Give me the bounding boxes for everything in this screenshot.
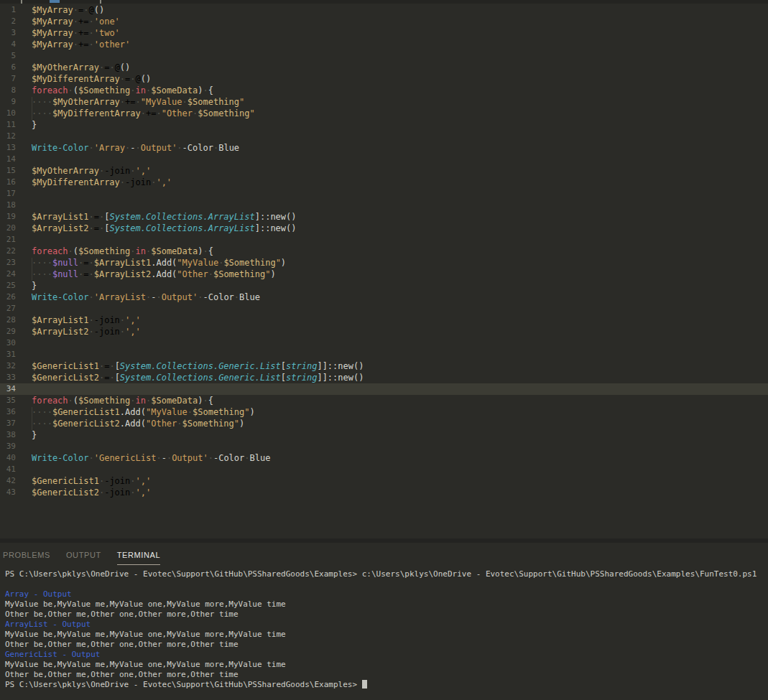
code-line-text — [32, 303, 768, 314]
line-number: 32 — [0, 360, 16, 372]
line-number: 36 — [0, 406, 16, 418]
code-line-text: $GenericList2·-join·',' — [32, 487, 768, 498]
code-line-text: Write-Color·'GenericList·-·Output'·-Colo… — [32, 452, 768, 464]
code-line-text — [32, 349, 768, 360]
code-line-text: $MyArray·+=·'other' — [32, 39, 768, 50]
tab-terminal[interactable]: TERMINAL — [117, 551, 160, 565]
code-line[interactable]: 10····$MyDifferentArray·+=·"Other·$Somet… — [0, 108, 768, 119]
code-line[interactable]: 1$MyArray·=·@() — [0, 4, 768, 16]
tab-problems[interactable]: PROBLEMS — [3, 551, 50, 564]
line-number: 43 — [0, 487, 16, 498]
code-line-text: $MyOtherArray·-join·',' — [32, 165, 768, 177]
code-line[interactable]: 21 — [0, 234, 768, 246]
code-line-text: } — [32, 280, 768, 291]
line-number: 1 — [0, 4, 16, 16]
line-number: 29 — [0, 326, 16, 337]
code-line[interactable]: 26Write-Color·'ArrayList·-·Output'·-Colo… — [0, 291, 768, 303]
code-line-text — [32, 441, 768, 452]
terminal-line: MyValue be,MyValue me,MyValue one,MyValu… — [5, 599, 768, 610]
code-line[interactable]: 18 — [0, 200, 768, 211]
code-line[interactable]: 42$GenericList1·-join·',' — [0, 475, 768, 487]
code-line-text — [32, 154, 768, 165]
code-line[interactable]: 29$ArrayList2·-join·',' — [0, 326, 768, 337]
code-line[interactable]: 7$MyDifferentArray·=·@() — [0, 73, 768, 85]
line-number: 17 — [0, 188, 16, 200]
line-number: 6 — [0, 62, 16, 73]
code-editor[interactable]: 1$MyArray·=·@()2$MyArray·+=·'one'3$MyArr… — [0, 4, 768, 539]
code-line[interactable]: 35foreach·($Something·in·$SomeData)·{ — [0, 395, 768, 406]
line-number: 15 — [0, 165, 16, 177]
code-line-text: $GenericList1·=·[System.Collections.Gene… — [32, 360, 768, 372]
code-line[interactable]: 16$MyDifferentArray·-join·',' — [0, 177, 768, 188]
code-line-text: } — [32, 119, 768, 131]
code-line[interactable]: 6$MyOtherArray·=·@() — [0, 62, 768, 73]
line-number: 27 — [0, 303, 16, 314]
code-line[interactable]: 3$MyArray·+=·'two' — [0, 27, 768, 39]
code-line[interactable]: 12 — [0, 131, 768, 142]
code-line[interactable]: 40Write-Color·'GenericList·-·Output'·-Co… — [0, 452, 768, 464]
terminal-line: GenericList - Output — [5, 650, 768, 660]
code-line[interactable]: 2$MyArray·+=·'one' — [0, 16, 768, 27]
line-number: 14 — [0, 154, 16, 165]
line-number: 22 — [0, 246, 16, 257]
code-line[interactable]: 33$GenericList2·=·[System.Collections.Ge… — [0, 372, 768, 383]
code-line[interactable]: 20$ArrayList2·=·[System.Collections.Arra… — [0, 223, 768, 234]
terminal-line: Array - Output — [5, 589, 768, 599]
terminal[interactable]: PS C:\Users\pklys\OneDrive - Evotec\Supp… — [0, 565, 768, 690]
code-line-text: $ArrayList2·=·[System.Collections.ArrayL… — [32, 223, 768, 234]
code-line[interactable]: 13Write-Color·'Array·-·Output'·-Color·Bl… — [0, 142, 768, 154]
code-line[interactable]: 25} — [0, 280, 768, 291]
code-line-text — [32, 131, 768, 142]
code-line[interactable]: 30 — [0, 337, 768, 349]
line-number: 16 — [0, 177, 16, 188]
line-number: 2 — [0, 16, 16, 27]
code-line[interactable]: 41 — [0, 464, 768, 475]
code-line[interactable]: 22foreach·($Something·in·$SomeData)·{ — [0, 246, 768, 257]
code-line[interactable]: 27 — [0, 303, 768, 314]
code-line[interactable]: 34 — [0, 383, 768, 395]
line-number: 5 — [0, 50, 16, 62]
line-number: 10 — [0, 108, 16, 119]
code-line[interactable]: 32$GenericList1·=·[System.Collections.Ge… — [0, 360, 768, 372]
code-line[interactable]: 31 — [0, 349, 768, 360]
line-number: 9 — [0, 96, 16, 108]
line-number: 7 — [0, 73, 16, 85]
code-line[interactable]: 39 — [0, 441, 768, 452]
line-number: 25 — [0, 280, 16, 291]
line-number: 11 — [0, 119, 16, 131]
line-number: 34 — [0, 383, 16, 395]
code-line-text: ····$null·=·$ArrayList1.Add("MyValue·$So… — [32, 257, 768, 269]
tab-output[interactable]: OUTPUT — [66, 551, 101, 564]
code-line[interactable]: 9····$MyOtherArray·+=·"MyValue·$Somethin… — [0, 96, 768, 108]
code-line-text: $MyArray·+=·'two' — [32, 27, 768, 39]
line-number: 26 — [0, 291, 16, 303]
line-number: 24 — [0, 269, 16, 280]
code-line[interactable]: 36····$GenericList1.Add("MyValue·$Someth… — [0, 406, 768, 418]
line-number: 23 — [0, 257, 16, 269]
code-line-text — [32, 337, 768, 349]
code-line-text: $MyDifferentArray·-join·',' — [32, 177, 768, 188]
code-line[interactable]: 15$MyOtherArray·-join·',' — [0, 165, 768, 177]
code-line[interactable]: 19$ArrayList1·=·[System.Collections.Arra… — [0, 211, 768, 223]
line-number: 18 — [0, 200, 16, 211]
code-line[interactable]: 43$GenericList2·-join·',' — [0, 487, 768, 498]
code-line[interactable]: 11} — [0, 119, 768, 131]
line-number: 35 — [0, 395, 16, 406]
code-line[interactable]: 5 — [0, 50, 768, 62]
code-line[interactable]: 38} — [0, 429, 768, 441]
code-line-text: ····$MyDifferentArray·+=·"Other·$Somethi… — [32, 108, 768, 119]
terminal-line: ArrayList - Output — [5, 620, 768, 630]
code-line[interactable]: 14 — [0, 154, 768, 165]
code-line[interactable]: 37····$GenericList2.Add("Other·$Somethin… — [0, 418, 768, 429]
code-line[interactable]: 17 — [0, 188, 768, 200]
code-line[interactable]: 24····$null·=·$ArrayList2.Add("Other·$So… — [0, 269, 768, 280]
code-line[interactable]: 23····$null·=·$ArrayList1.Add("MyValue·$… — [0, 257, 768, 269]
line-number: 37 — [0, 418, 16, 429]
code-line[interactable]: 8foreach·($Something·in·$SomeData)·{ — [0, 85, 768, 96]
code-line-text: $ArrayList2·-join·',' — [32, 326, 768, 337]
line-number: 8 — [0, 85, 16, 96]
line-number: 38 — [0, 429, 16, 441]
code-line[interactable]: 28$ArrayList1·-join·',' — [0, 314, 768, 326]
code-line-text: $MyOtherArray·=·@() — [32, 62, 768, 73]
code-line[interactable]: 4$MyArray·+=·'other' — [0, 39, 768, 50]
